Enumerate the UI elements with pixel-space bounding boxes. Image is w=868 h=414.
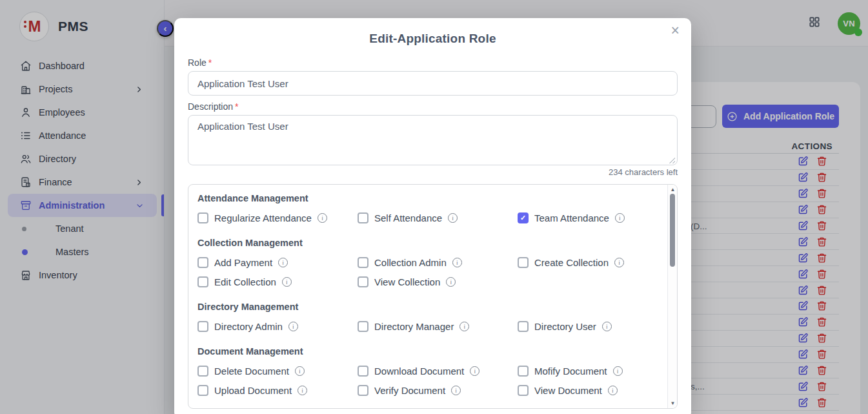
permission-item: Upload Documenti (197, 384, 358, 397)
info-icon[interactable]: i (446, 277, 456, 287)
info-icon[interactable]: i (298, 386, 307, 395)
permission-item: View Documenti (518, 384, 667, 397)
info-icon[interactable]: i (318, 213, 327, 223)
permission-item: Regularize Attendancei (197, 212, 358, 224)
permission-label: View Collection (374, 276, 440, 287)
permission-group-title: Directory Management (197, 302, 667, 312)
checkbox-self-attendance[interactable] (358, 212, 368, 223)
checkbox-view-document[interactable] (518, 385, 529, 396)
role-input[interactable] (188, 71, 678, 96)
permission-item: Add Paymenti (197, 256, 358, 269)
permission-label: Team Attendance (534, 212, 609, 223)
description-field-label: Description* (188, 101, 238, 112)
checkbox-edit-collection[interactable] (197, 276, 208, 287)
info-icon[interactable]: i (288, 322, 298, 331)
info-icon[interactable]: i (278, 258, 288, 267)
description-label-text: Description (188, 101, 233, 112)
permission-label: Regularize Attendance (214, 212, 312, 223)
checkbox-directory-admin[interactable] (197, 321, 208, 332)
checkbox-regularize-attendance[interactable] (197, 212, 208, 223)
info-icon[interactable]: i (451, 386, 461, 395)
info-icon[interactable]: i (613, 366, 623, 376)
info-icon[interactable]: i (608, 386, 618, 395)
info-icon[interactable]: i (448, 213, 458, 223)
close-icon[interactable]: × (671, 23, 680, 38)
permission-label: Collection Admin (374, 257, 447, 268)
checkbox-delete-document[interactable] (197, 366, 208, 377)
permission-item: Mofify Documenti (518, 365, 667, 377)
permission-label: Delete Document (214, 366, 289, 377)
checkbox-collection-admin[interactable] (358, 257, 368, 268)
checkbox-team-attendance[interactable]: ✓ (518, 212, 529, 223)
permission-item: Directory Admini (197, 320, 358, 333)
checkbox-directory-user[interactable] (518, 321, 529, 332)
scroll-down-icon[interactable]: ▼ (668, 400, 678, 406)
permission-item: View Collectioni (358, 276, 518, 288)
permission-label: Directory Admin (214, 321, 283, 332)
permission-item: Verify Documenti (358, 384, 518, 397)
permissions-panel: Attendance ManagementRegularize Attendan… (188, 184, 678, 409)
checkbox-verify-document[interactable] (358, 385, 368, 396)
permission-item: Self Attendancei (358, 212, 518, 224)
permission-item: Edit Collectioni (197, 276, 358, 288)
checkbox-directory-manager[interactable] (358, 321, 368, 332)
permission-grid: Delete DocumentiDownload DocumentiMofify… (197, 365, 667, 397)
permission-label: View Document (534, 385, 602, 396)
checkbox-upload-document[interactable] (197, 385, 208, 396)
modal-title: Edit-Application Role (174, 18, 691, 46)
permission-group: Directory ManagementDirectory AdminiDire… (197, 302, 667, 333)
description-textarea[interactable]: Application Test User (188, 115, 678, 165)
edit-application-role-modal: × Edit-Application Role Role* Descriptio… (174, 18, 691, 414)
permission-item: Delete Documenti (197, 365, 358, 377)
checkbox-view-collection[interactable] (358, 276, 368, 287)
info-icon[interactable]: i (295, 366, 305, 376)
permission-grid: Regularize AttendanceiSelf Attendancei✓T… (197, 212, 667, 224)
permission-grid: Add PaymentiCollection AdminiCreate Coll… (197, 256, 667, 288)
scrollbar-thumb[interactable] (670, 194, 675, 267)
permission-label: Add Payment (214, 257, 272, 268)
permission-group-title: Document Management (197, 346, 667, 357)
checkbox-download-document[interactable] (358, 366, 368, 377)
info-icon[interactable]: i (470, 366, 479, 376)
checkbox-mofify-document[interactable] (518, 366, 529, 377)
permission-label: Upload Document (214, 385, 292, 396)
info-icon[interactable]: i (602, 322, 612, 331)
permission-item: Directory Manageri (358, 320, 518, 333)
checkbox-add-payment[interactable] (197, 257, 208, 268)
permission-item: ✓Team Attendancei (518, 212, 667, 224)
info-icon[interactable]: i (459, 322, 469, 331)
permission-label: Self Attendance (374, 212, 442, 223)
permission-group: Document ManagementDelete DocumentiDownl… (197, 346, 667, 397)
permission-label: Edit Collection (214, 276, 276, 287)
info-icon[interactable]: i (614, 258, 624, 267)
characters-left-counter: 234 characters left (609, 167, 678, 177)
permission-group: Collection ManagementAdd PaymentiCollect… (197, 238, 667, 288)
permission-label: Mofify Document (534, 366, 607, 377)
permission-item: Directory Useri (518, 320, 667, 333)
app-window: M PMS DashboardProjectsEmployeesAttendan… (0, 0, 868, 414)
permission-label: Create Collection (534, 257, 609, 268)
checkbox-create-collection[interactable] (518, 257, 529, 268)
permission-group: Attendance ManagementRegularize Attendan… (197, 193, 667, 224)
permission-label: Download Document (374, 366, 464, 377)
role-label-text: Role (188, 57, 207, 68)
permission-label: Verify Document (374, 385, 445, 396)
permissions-scrollbar[interactable]: ▲ ▼ (667, 185, 677, 408)
permissions-list: Attendance ManagementRegularize Attendan… (188, 185, 667, 408)
permission-item: Download Documenti (358, 365, 518, 377)
info-icon[interactable]: i (452, 258, 462, 267)
info-icon[interactable]: i (282, 277, 292, 287)
required-asterisk: * (235, 101, 238, 112)
permission-group-title: Collection Management (197, 238, 667, 248)
permission-label: Directory Manager (374, 321, 454, 332)
required-asterisk: * (208, 57, 212, 68)
permission-group-title: Attendance Management (197, 193, 667, 203)
scroll-up-icon[interactable]: ▲ (668, 187, 678, 192)
info-icon[interactable]: i (615, 213, 625, 223)
permission-item: Create Collectioni (518, 256, 667, 269)
role-field-label: Role* (188, 57, 212, 68)
permission-grid: Directory AdminiDirectory ManageriDirect… (197, 320, 667, 333)
permission-label: Directory User (534, 321, 596, 332)
permission-item: Collection Admini (358, 256, 518, 269)
